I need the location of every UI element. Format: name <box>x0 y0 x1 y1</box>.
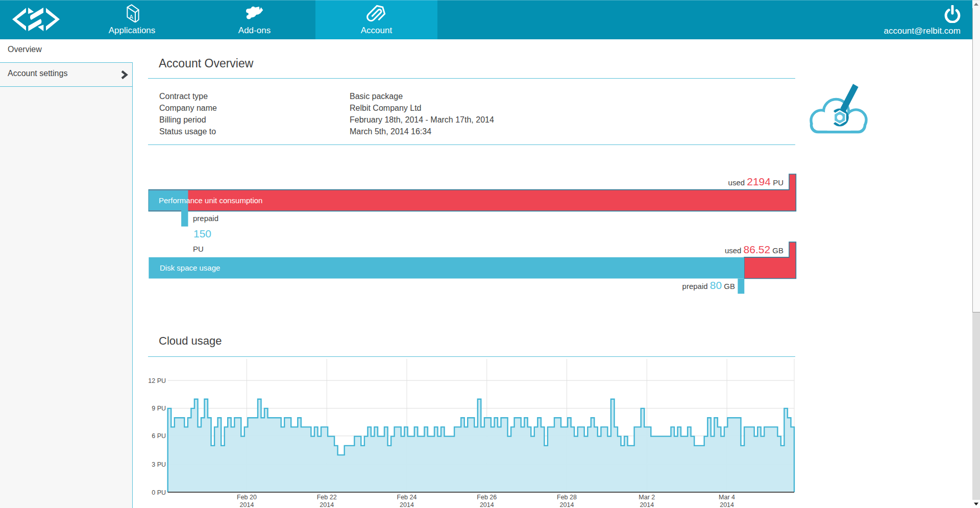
svg-text:2014: 2014 <box>560 501 574 508</box>
svg-text:2014: 2014 <box>720 501 734 508</box>
svg-text:Mar 2: Mar 2 <box>639 494 655 501</box>
svg-text:2014: 2014 <box>640 501 654 508</box>
svg-text:0 PU: 0 PU <box>152 489 166 496</box>
svg-text:Feb 20: Feb 20 <box>237 494 257 501</box>
svg-text:12 PU: 12 PU <box>148 377 166 384</box>
svg-text:Feb 22: Feb 22 <box>317 494 337 501</box>
svg-text:Feb 26: Feb 26 <box>477 494 497 501</box>
svg-text:Mar 4: Mar 4 <box>719 494 735 501</box>
svg-text:2014: 2014 <box>320 501 334 508</box>
svg-text:6 PU: 6 PU <box>152 432 166 440</box>
svg-text:2014: 2014 <box>480 501 494 508</box>
svg-text:Feb 24: Feb 24 <box>397 494 417 501</box>
svg-text:3 PU: 3 PU <box>152 461 166 468</box>
svg-text:2014: 2014 <box>240 501 254 508</box>
svg-text:2014: 2014 <box>400 501 414 508</box>
svg-text:9 PU: 9 PU <box>152 405 166 412</box>
svg-text:Feb 28: Feb 28 <box>557 494 577 501</box>
